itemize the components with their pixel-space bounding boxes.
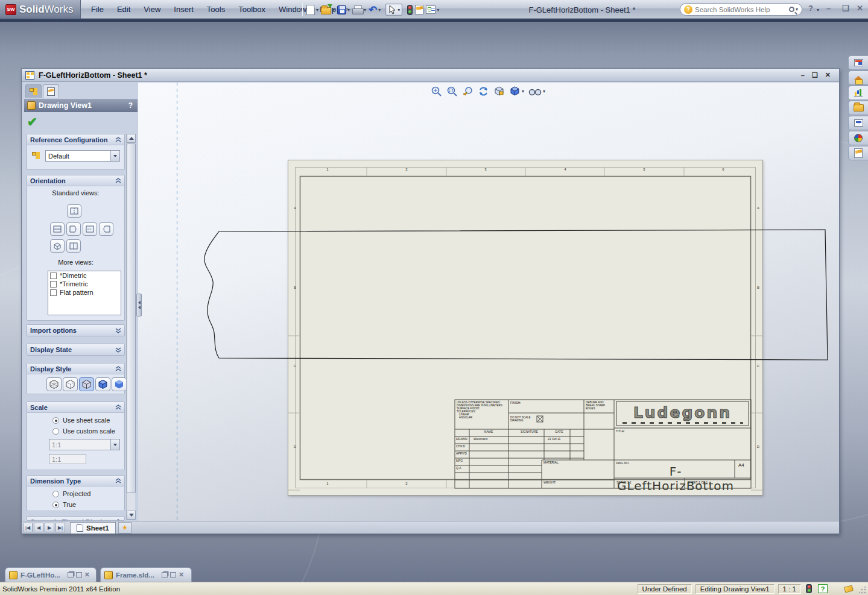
collapse-chevron-icon[interactable] — [115, 366, 121, 371]
display-style-header[interactable]: Display Style — [27, 364, 124, 374]
radio-button[interactable] — [52, 502, 59, 508]
first-sheet-button[interactable]: |◀ — [23, 523, 33, 532]
zoom-to-fit-icon[interactable] — [431, 86, 442, 97]
shaded-style-button[interactable] — [112, 377, 127, 391]
import-options-header[interactable]: Import options — [27, 325, 124, 336]
scroll-down-button[interactable] — [127, 511, 136, 520]
list-item[interactable]: *Trimetric — [48, 280, 121, 288]
undo-button[interactable]: ↶▾ — [367, 2, 382, 17]
3d-drawing-view-icon[interactable] — [493, 86, 505, 97]
view-right-button[interactable] — [66, 222, 81, 236]
list-item[interactable]: *Dimetric — [48, 271, 121, 280]
prev-sheet-button[interactable]: ◀ — [34, 523, 43, 532]
hidden-lines-visible-button[interactable] — [63, 377, 78, 391]
pm-help-button[interactable]: ? — [128, 101, 133, 110]
scale-header[interactable]: Scale — [27, 402, 124, 413]
configuration-combobox[interactable]: Default — [45, 150, 120, 162]
chevron-down-icon[interactable]: ▾ — [543, 89, 545, 94]
new-button[interactable]: ▾ — [305, 2, 320, 17]
combo-dropdown-button[interactable] — [110, 151, 119, 161]
menu-tools[interactable]: Tools — [200, 2, 232, 16]
expand-chevron-icon[interactable] — [115, 347, 121, 353]
checkbox[interactable] — [50, 272, 57, 279]
chevron-down-icon[interactable]: ▾ — [316, 7, 318, 13]
view-top-button[interactable] — [50, 222, 65, 236]
chevron-down-icon[interactable]: ▾ — [364, 7, 366, 13]
checkbox[interactable] — [50, 289, 57, 296]
chevron-down-icon[interactable]: ▾ — [347, 7, 350, 13]
save-button[interactable]: ▾ — [336, 2, 351, 17]
custom-properties-tab[interactable] — [848, 146, 868, 160]
chevron-down-icon[interactable]: ▾ — [437, 7, 439, 13]
last-sheet-button[interactable]: ▶| — [55, 523, 65, 532]
sheet-scale-status[interactable]: 1 : 1 — [778, 584, 801, 594]
maximize-button[interactable]: ❑ — [838, 4, 853, 13]
restore-button[interactable] — [162, 572, 168, 578]
display-state-header[interactable]: Display State — [27, 344, 124, 355]
open-button[interactable]: ▾ — [320, 2, 336, 17]
help-button[interactable]: ? — [805, 4, 817, 13]
close-icon[interactable]: ✕ — [179, 571, 184, 579]
sheet-tab[interactable]: Sheet1 — [70, 522, 116, 534]
ok-checkmark-button[interactable]: ✔ — [27, 115, 37, 129]
minimized-window[interactable]: F-GLeftHo... ✕ — [5, 567, 97, 582]
zoom-to-area-icon[interactable] — [446, 86, 458, 97]
display-style-dropdown[interactable]: ▾ — [509, 86, 524, 97]
menu-view[interactable]: View — [137, 2, 167, 16]
close-icon[interactable]: ✕ — [84, 571, 90, 579]
appearances-tab[interactable] — [848, 131, 868, 145]
help-search-box[interactable]: ? ▾ — [680, 3, 802, 16]
expand-chevron-icon[interactable] — [115, 328, 121, 333]
projected-option[interactable]: Projected — [52, 490, 90, 497]
quick-tips-help-button[interactable]: ? — [818, 584, 828, 593]
list-item[interactable]: Flat pattern — [48, 288, 121, 297]
propertymanager-tab[interactable] — [43, 84, 59, 98]
search-icon[interactable] — [789, 7, 794, 12]
restore-button[interactable] — [68, 572, 74, 578]
print-button[interactable]: ▾ — [351, 2, 367, 17]
featuremanager-tab[interactable] — [25, 84, 42, 98]
close-button[interactable]: ✕ — [853, 4, 867, 13]
file-explorer-tab[interactable] — [848, 101, 868, 115]
radio-button[interactable] — [52, 491, 59, 497]
chevron-down-icon[interactable]: ▾ — [796, 7, 798, 12]
chevron-down-icon[interactable]: ▾ — [332, 7, 335, 13]
shaded-with-edges-button[interactable] — [95, 377, 110, 391]
panel-collapse-splitter[interactable] — [136, 294, 142, 316]
document-window-titlebar[interactable]: F-GLeftHorizBottom - Sheet1 * – ❑ ✕ — [22, 69, 839, 82]
collapse-chevron-icon[interactable] — [115, 137, 121, 142]
select-tool-button[interactable]: ▾ — [385, 4, 402, 16]
search-input[interactable] — [695, 6, 789, 13]
menu-toolbox[interactable]: Toolbox — [232, 2, 272, 16]
file-properties-button[interactable] — [414, 2, 425, 17]
minimized-window[interactable]: Frame.sld... ✕ — [100, 567, 192, 582]
menu-edit[interactable]: Edit — [110, 2, 137, 16]
add-sheet-button[interactable] — [118, 522, 131, 534]
collapse-chevron-icon[interactable] — [115, 478, 121, 483]
child-restore-button[interactable]: ❑ — [808, 71, 822, 79]
checkbox[interactable] — [50, 281, 57, 288]
view-front-button[interactable] — [67, 204, 81, 218]
tags-icon[interactable] — [844, 585, 854, 593]
panel-scrollbar[interactable] — [126, 134, 135, 520]
home-tab[interactable] — [848, 71, 868, 85]
use-custom-scale-option[interactable]: Use custom scale — [52, 427, 115, 435]
help-chevron-icon[interactable]: ▾ — [817, 7, 819, 13]
scrollbar-thumb[interactable] — [127, 143, 136, 493]
previous-view-icon[interactable] — [462, 86, 474, 97]
child-close-button[interactable]: ✕ — [822, 71, 834, 79]
minimize-button[interactable]: – — [823, 4, 834, 13]
true-option[interactable]: True — [52, 501, 76, 508]
use-sheet-scale-option[interactable]: Use sheet scale — [52, 417, 110, 424]
collapse-chevron-icon[interactable] — [115, 178, 121, 183]
maximize-button[interactable] — [170, 572, 176, 578]
redraw-icon[interactable] — [478, 86, 489, 97]
view-isometric-button[interactable] — [50, 239, 65, 253]
radio-button[interactable] — [52, 428, 59, 435]
chevron-down-icon[interactable]: ▾ — [522, 89, 524, 94]
view-back-button[interactable] — [83, 222, 97, 236]
view-palette-tab[interactable]: → — [848, 116, 868, 130]
orientation-header[interactable]: Orientation — [27, 175, 124, 186]
hidden-lines-removed-button[interactable] — [79, 377, 94, 391]
view-left-button[interactable] — [99, 222, 113, 236]
